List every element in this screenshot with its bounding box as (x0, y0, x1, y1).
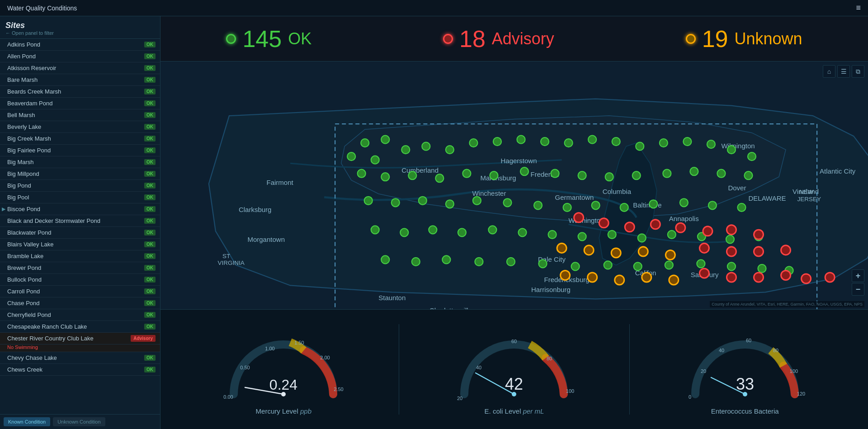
list-item[interactable]: Big PoolOK (0, 192, 160, 203)
site-name: Bramble Lake (7, 253, 144, 259)
svg-text:0: 0 (689, 394, 691, 400)
list-item[interactable]: Beaverdam PondOK (0, 98, 160, 109)
svg-text:2.00: 2.00 (321, 355, 330, 360)
site-badge: OK (144, 136, 156, 141)
site-badge: OK (144, 300, 156, 306)
list-item[interactable]: Bare MarshOK (0, 74, 160, 86)
svg-point-35 (371, 156, 379, 164)
svg-text:2.50: 2.50 (334, 387, 344, 392)
svg-point-65 (717, 170, 725, 178)
map-attribution: County of Anne Arundel, VITA, Esri, HERE… (710, 301, 864, 307)
site-badge: OK (144, 112, 156, 118)
svg-point-82 (400, 228, 408, 236)
svg-point-46 (636, 142, 644, 151)
svg-point-128 (584, 245, 594, 255)
svg-point-74 (563, 203, 571, 212)
svg-point-109 (574, 213, 584, 222)
site-badge: OK (144, 230, 156, 236)
list-item[interactable]: Big MillpondOK (0, 168, 160, 180)
list-item[interactable]: Cherryfield PondOK (0, 309, 160, 321)
site-name: Carroll Pond (7, 288, 144, 295)
list-item[interactable]: Carroll PondOK (0, 286, 160, 297)
entero-gauge-visual: 0 20 40 60 80 100 120 33 (682, 324, 808, 405)
list-item[interactable]: Brewer PondOK (0, 262, 160, 274)
svg-text:ST: ST (222, 253, 230, 259)
svg-point-129 (611, 248, 621, 258)
svg-point-64 (690, 167, 698, 175)
site-badge: OK (144, 147, 156, 153)
list-item[interactable]: Chesapeake Ranch Club LakeOK (0, 321, 160, 333)
list-item[interactable]: ▶Biscoe PondOK (0, 203, 160, 215)
site-badge: OK (144, 124, 156, 130)
mercury-gauge: 0.00 0.50 1.00 1.50 2.00 2.50 0.24 (189, 324, 378, 415)
svg-point-107 (758, 264, 766, 273)
svg-text:40: 40 (476, 365, 481, 370)
site-name: Chase Pond (7, 300, 144, 306)
list-item[interactable]: Big Creek MarshOK (0, 133, 160, 145)
svg-point-112 (651, 220, 660, 229)
list-item[interactable]: Blackwater PondOK (0, 227, 160, 239)
svg-point-57 (490, 171, 498, 179)
site-badge: OK (144, 159, 156, 165)
list-item[interactable]: Bramble LakeOK (0, 250, 160, 262)
list-item[interactable]: Chevy Chase LakeOK (0, 352, 160, 364)
ok-label: OK (288, 29, 311, 48)
svg-point-84 (458, 228, 466, 236)
svg-point-77 (649, 200, 657, 208)
site-name: Chews Creek (7, 366, 144, 373)
map-layers-button[interactable]: ⧉ (852, 65, 864, 78)
svg-point-70 (446, 200, 454, 208)
zoom-out-button[interactable]: − (852, 283, 864, 296)
list-item[interactable]: Blairs Valley LakeOK (0, 239, 160, 250)
svg-point-54 (408, 171, 416, 179)
gauges-panel: 0.00 0.50 1.00 1.50 2.00 2.50 0.24 (160, 309, 868, 429)
list-item[interactable]: Big MarshOK (0, 156, 160, 168)
stat-advisory: 18 Advisory (443, 27, 554, 51)
svg-point-71 (473, 197, 481, 205)
stat-ok: 145 OK (226, 27, 311, 51)
footer-tab[interactable]: Known Condition (4, 417, 50, 426)
svg-point-83 (429, 226, 437, 234)
list-item[interactable]: Chester River Country Club LakeAdvisory (0, 333, 160, 344)
list-item[interactable]: Big PondOK (0, 180, 160, 192)
map-home-button[interactable]: ⌂ (823, 65, 835, 78)
list-item[interactable]: Atkisson ReservoirOK (0, 62, 160, 74)
site-name: Blackwater Pond (7, 229, 144, 236)
list-item[interactable]: Chase PondOK (0, 297, 160, 309)
site-name: Blairs Valley Lake (7, 241, 144, 248)
svg-text:100: 100 (789, 368, 797, 374)
list-item[interactable]: Allen PondOK (0, 51, 160, 62)
list-item[interactable]: Bell MarshOK (0, 109, 160, 121)
svg-text:42: 42 (505, 375, 523, 393)
list-item[interactable]: Bullock PondOK (0, 274, 160, 286)
site-badge: OK (144, 253, 156, 259)
svg-point-102 (604, 261, 612, 269)
list-item[interactable]: Chews CreekOK (0, 364, 160, 376)
menu-icon[interactable]: ≡ (856, 3, 861, 13)
zoom-in-button[interactable]: + (852, 269, 864, 282)
svg-point-97 (442, 255, 450, 264)
list-item[interactable]: Adkins PondOK (0, 39, 160, 51)
svg-text:120: 120 (797, 391, 805, 396)
svg-point-110 (599, 218, 609, 228)
ecoli-gauge: 20 40 60 80 100 42 E. coli Level per mL (419, 324, 609, 415)
svg-point-98 (475, 258, 483, 266)
site-name: Big Fairlee Pond (7, 147, 144, 154)
list-item[interactable]: Big Fairlee PondOK (0, 145, 160, 156)
footer-tab[interactable]: Unknown Condition (53, 417, 105, 426)
svg-text:Staunton: Staunton (378, 294, 406, 302)
site-badge: OK (144, 77, 156, 83)
site-name: Beaverdam Pond (7, 100, 144, 107)
svg-point-114 (703, 226, 712, 236)
list-item[interactable]: Beverly LakeOK (0, 121, 160, 133)
svg-text:Morgantown: Morgantown (247, 236, 285, 243)
svg-point-32 (361, 139, 369, 147)
map-list-button[interactable]: ☰ (837, 65, 850, 78)
list-item[interactable]: Beards Creek MarshOK (0, 86, 160, 98)
svg-point-76 (620, 203, 628, 212)
list-item[interactable]: Black and Decker Stormwater PondOK (0, 215, 160, 227)
sidebar-footer: Known ConditionUnknown Condition (0, 414, 160, 429)
selected-arrow-icon: ▶ (2, 206, 5, 212)
svg-point-41 (517, 136, 525, 144)
site-name: Atkisson Reservoir (7, 65, 144, 71)
